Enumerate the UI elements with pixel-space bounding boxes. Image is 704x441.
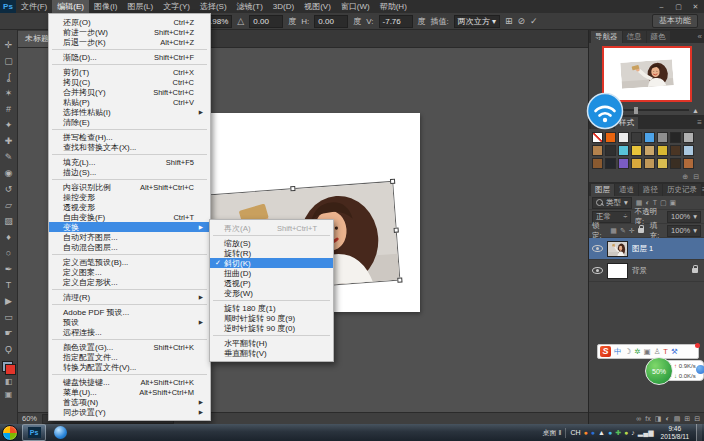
menu-item[interactable]: 转换为配置文件(V)... (49, 362, 210, 372)
tool-button[interactable]: ▨ (1, 213, 17, 229)
fill-field[interactable]: 100%▾ (667, 225, 701, 237)
tray-icon[interactable]: ● (591, 425, 595, 440)
zoom-in-icon[interactable]: ▲ (692, 107, 699, 114)
tool-button[interactable]: ✒ (1, 261, 17, 277)
lock-all-icon[interactable] (638, 228, 644, 233)
zoom-level[interactable]: 60% (22, 414, 37, 423)
menubar-item[interactable]: 视图(V) (299, 0, 336, 13)
layers-footer-icon[interactable]: ▤ (674, 415, 681, 423)
menu-item[interactable]: 操控变形 (49, 192, 210, 202)
layer-filter-icon[interactable]: ▣ (670, 199, 677, 207)
menubar-item[interactable]: 文字(Y) (158, 0, 195, 13)
minimize-button[interactable]: – (653, 0, 670, 13)
lock-option-icon[interactable]: ✎ (620, 227, 626, 235)
net-speed-widget[interactable]: ↑ 0.9K/s ↓ 0.0K/s 50% (645, 357, 704, 385)
interpolation-select[interactable]: 两次立方 ▾ (454, 15, 500, 28)
style-swatch[interactable] (670, 132, 681, 143)
tool-button[interactable]: ◉ (1, 165, 17, 181)
style-swatch[interactable] (631, 158, 642, 169)
style-swatch[interactable] (683, 132, 694, 143)
menubar-item[interactable]: 图层(L) (122, 0, 158, 13)
menu-item[interactable]: 变形(W) (210, 288, 333, 298)
tool-button[interactable]: T (1, 277, 17, 293)
menu-item[interactable]: 合并拷贝(Y) Shift+Ctrl+C (49, 87, 210, 97)
menu-item[interactable]: 垂直翻转(V) (210, 348, 333, 358)
layer-name[interactable]: 图层 1 (632, 244, 653, 254)
panel-tab[interactable]: 历史记录 (663, 184, 701, 196)
taskbar-photoshop-button[interactable]: Ps (22, 424, 46, 441)
menu-item[interactable]: 定义画笔预设(B)... (49, 257, 210, 267)
layer-filter-icon[interactable]: T (653, 199, 657, 207)
menu-item[interactable]: 粘贴(P) Ctrl+V (49, 97, 210, 107)
style-swatch[interactable] (618, 158, 629, 169)
menu-item[interactable]: 还原(O) Ctrl+Z (49, 17, 210, 27)
menu-item[interactable]: 描边(S)... (49, 167, 210, 177)
tool-button[interactable]: ʆ (1, 69, 17, 85)
menu-item[interactable] (52, 129, 207, 130)
taskbar-clock[interactable]: 9:46 2015/8/11 (658, 425, 692, 440)
layers-footer-icon[interactable]: ◐ (665, 415, 669, 422)
menu-item[interactable]: 清理(R) ▶ (49, 292, 210, 302)
menu-item[interactable]: 查找和替换文本(X)... (49, 142, 210, 152)
menu-item[interactable]: 扭曲(D) (210, 268, 333, 278)
tool-button[interactable]: ▭ (1, 309, 17, 325)
wifi-overlay-icon[interactable] (586, 92, 624, 130)
menu-item[interactable]: 旋转 180 度(1) (210, 303, 333, 313)
panel-tab[interactable]: 通道 (615, 184, 638, 196)
menu-item[interactable]: 同步设置(Y) ▶ (49, 407, 210, 417)
menu-item[interactable]: 逆时针旋转 90 度(0) (210, 323, 333, 333)
layer-filter-kind-select[interactable]: 类型▾ (592, 197, 632, 209)
menubar-item[interactable]: 窗口(W) (336, 0, 375, 13)
restore-button[interactable]: ▢ (670, 0, 687, 13)
layer-name[interactable]: 背景 (632, 266, 647, 276)
style-swatch[interactable] (644, 158, 655, 169)
warp-mode-icon[interactable]: ⊞ (505, 16, 513, 26)
menu-item[interactable]: Adobe PDF 预设... (49, 307, 210, 317)
style-swatch[interactable] (605, 132, 616, 143)
menu-item[interactable]: 菜单(U)... Alt+Shift+Ctrl+M (49, 387, 210, 397)
menu-item[interactable] (52, 49, 207, 50)
layer-thumbnail[interactable] (607, 263, 628, 279)
style-swatch[interactable] (592, 132, 603, 143)
style-swatch[interactable] (657, 158, 668, 169)
ime-bar-icon[interactable]: ✲ (634, 345, 640, 358)
hskew-field[interactable]: 0.00 (314, 15, 348, 28)
style-swatch[interactable] (683, 158, 694, 169)
tool-button[interactable]: ✦ (1, 117, 17, 133)
panel-tab[interactable]: 导航器 (591, 31, 622, 43)
menu-item[interactable]: 顺时针旋转 90 度(9) (210, 313, 333, 323)
tool-button[interactable]: ✎ (1, 149, 17, 165)
tool-button[interactable]: ✚ (1, 133, 17, 149)
panel-tab[interactable]: 信息 (623, 31, 646, 43)
menu-item[interactable]: 透视(P) (210, 278, 333, 288)
taskbar-browser-button[interactable] (50, 425, 70, 440)
menu-item[interactable]: 后退一步(K) Alt+Ctrl+Z (49, 37, 210, 47)
menu-item[interactable] (52, 179, 207, 180)
tray-icon[interactable]: ▲ (598, 425, 605, 440)
menu-item[interactable]: 预设 ▶ (49, 317, 210, 327)
menu-item[interactable]: 定义自定形状... (49, 277, 210, 287)
menu-item[interactable]: 颜色设置(G)... Shift+Ctrl+K (49, 342, 210, 352)
menu-item[interactable]: 清除(E) (49, 117, 210, 127)
sogou-logo[interactable]: S (600, 346, 611, 357)
menu-item[interactable] (52, 289, 207, 290)
menu-item[interactable] (52, 339, 207, 340)
menu-item[interactable]: 变换 ▶ (49, 222, 210, 232)
visibility-eye-icon[interactable] (592, 267, 603, 274)
panel-collapse-icon[interactable]: « (698, 31, 702, 43)
style-swatch[interactable] (618, 132, 629, 143)
panel-tab[interactable]: 颜色 (647, 31, 670, 43)
styles-footer-icon[interactable]: ⊕ (682, 173, 688, 181)
style-swatch[interactable] (631, 145, 642, 156)
transform-handle-mr[interactable] (394, 228, 399, 233)
screen-mode-button[interactable]: ▣ (1, 388, 17, 401)
visibility-eye-icon[interactable] (592, 245, 603, 252)
style-swatch[interactable] (618, 145, 629, 156)
menu-item[interactable] (52, 154, 207, 155)
menu-item[interactable]: 缩放(S) (210, 238, 333, 248)
menu-item[interactable]: 首选项(N) ▶ (49, 397, 210, 407)
style-swatch[interactable] (605, 145, 616, 156)
color-chips[interactable] (2, 361, 16, 375)
transform-handle-tr[interactable] (390, 179, 395, 184)
menu-item[interactable] (52, 304, 207, 305)
